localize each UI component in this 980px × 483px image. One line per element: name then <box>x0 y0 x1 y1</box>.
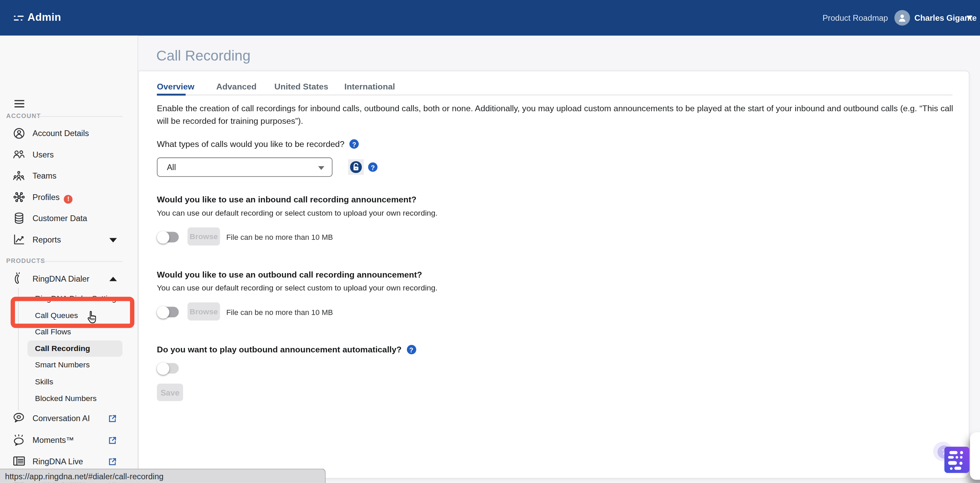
toggle-knob <box>157 362 169 375</box>
product-roadmap-link[interactable]: Product Roadmap <box>822 13 888 23</box>
user-menu-caret-icon[interactable] <box>966 16 972 19</box>
sidebar-subitem-call-flows[interactable]: Call Flows <box>0 326 137 339</box>
inbound-announcement-toggle[interactable] <box>158 232 179 242</box>
chevron-up-icon[interactable] <box>109 277 117 281</box>
inbound-browse-button[interactable]: Browse <box>188 227 220 246</box>
sidebar-item-label: Users <box>33 150 54 159</box>
moments-icon <box>13 434 25 446</box>
sidebar-subitem-call-recording[interactable]: Call Recording <box>35 344 90 353</box>
outbound-browse-button[interactable]: Browse <box>188 302 220 320</box>
inbound-question: Would you like to use an inbound call re… <box>157 195 417 205</box>
sidebar-item-profiles[interactable]: Profiles! <box>0 191 137 205</box>
chat-widget-icon[interactable] <box>944 446 969 473</box>
tab-international[interactable]: International <box>344 82 395 92</box>
sidebar-item-label: Teams <box>33 171 56 181</box>
profiles-icon <box>13 191 25 203</box>
external-link-icon <box>109 457 116 468</box>
save-button[interactable]: Save <box>157 384 183 401</box>
sidebar-item-moments[interactable]: Moments™ <box>0 434 137 449</box>
sidebar-item-label: Reports <box>33 235 61 245</box>
admin-logo-icon <box>14 16 24 21</box>
question-call-types-row: What types of calls would you like to be… <box>157 140 359 149</box>
external-link-icon <box>109 414 116 425</box>
sidebar-subitem-blocked-numbers[interactable]: Blocked Numbers <box>0 392 137 406</box>
sidebar-subitem-skills[interactable]: Skills <box>0 375 137 389</box>
chart-icon <box>13 233 25 246</box>
sidebar-item-customer-data[interactable]: Customer Data <box>0 212 137 227</box>
phone-icon <box>13 272 25 285</box>
database-icon <box>13 212 25 224</box>
mouse-cursor-icon <box>85 310 99 327</box>
page-title: Call Recording <box>156 48 250 65</box>
sidebar-item-ringdna-dialer[interactable]: RingDNA Dialer <box>0 272 137 288</box>
sidebar: ACCOUNT Account Details Users Teams Prof <box>0 36 138 483</box>
section-divider <box>35 116 123 117</box>
sidebar-item-label: Customer Data <box>33 214 88 223</box>
sidebar-item-account-details[interactable]: Account Details <box>0 127 137 142</box>
intro-paragraph: Enable the creation of call recordings f… <box>157 102 956 127</box>
sidebar-item-label: Profiles! <box>33 192 73 203</box>
call-types-dropdown[interactable]: All <box>157 157 332 177</box>
outbound-file-note: File can be no more than 10 MB <box>226 308 333 317</box>
teams-icon <box>13 169 25 182</box>
help-icon[interactable]: ? <box>368 163 378 172</box>
question-call-types: What types of calls would you like to be… <box>157 140 344 149</box>
sidebar-subitem-dialer-settings[interactable]: RingDNA Dialer Settings <box>0 292 137 306</box>
profiles-alert-badge: ! <box>64 195 73 203</box>
sidebar-item-label: RingDNA Dialer <box>33 274 89 284</box>
sidebar-subitem-smart-numbers[interactable]: Smart Numbers <box>0 359 137 372</box>
sidebar-item-users[interactable]: Users <box>0 148 137 163</box>
auto-play-question: Do you want to play outbound announcemen… <box>157 345 401 354</box>
menu-toggle-icon[interactable] <box>14 100 24 108</box>
auto-play-toggle[interactable] <box>158 363 179 373</box>
status-bar: https://app.ringdna.net/#dialer/call-rec… <box>0 469 326 483</box>
chevron-down-icon[interactable] <box>109 238 117 243</box>
outbound-announcement-toggle[interactable] <box>158 307 179 317</box>
toggle-knob <box>157 306 169 318</box>
live-dashboard-icon <box>13 455 25 467</box>
inbound-file-note: File can be no more than 10 MB <box>226 233 333 242</box>
external-link-icon <box>109 435 116 446</box>
tab-bar-divider <box>157 94 953 95</box>
chat-bubble-icon <box>13 412 25 424</box>
sidebar-item-label: Moments™ <box>33 435 74 445</box>
tab-united-states[interactable]: United States <box>274 82 328 92</box>
sidebar-item-label: Conversation AI <box>33 414 90 423</box>
status-url: https://app.ringdna.net/#dialer/call-rec… <box>5 472 164 481</box>
sidebar-item-teams[interactable]: Teams <box>0 169 137 184</box>
sidebar-item-label: Account Details <box>33 129 89 138</box>
outbound-subtext: You can use our default recording or sel… <box>157 284 438 292</box>
toggle-knob <box>157 231 169 243</box>
section-divider <box>37 261 123 262</box>
outbound-question: Would you like to use an outbound call r… <box>157 270 422 279</box>
outbound-question-row: Would you like to use an outbound call r… <box>157 270 422 279</box>
inbound-question-row: Would you like to use an inbound call re… <box>157 195 417 205</box>
active-tab-underline <box>157 94 185 96</box>
tab-advanced[interactable]: Advanced <box>216 82 257 92</box>
lock-icon[interactable] <box>348 159 364 175</box>
auto-play-question-row: Do you want to play outbound announcemen… <box>157 345 416 354</box>
sidebar-item-reports[interactable]: Reports <box>0 233 137 248</box>
app-window: Admin Product Roadmap Charles Gigante AC… <box>0 0 980 483</box>
dropdown-selected-value: All <box>167 163 176 172</box>
content-card: Overview Advanced United States Internat… <box>138 71 969 478</box>
chat-panel[interactable] <box>970 432 980 480</box>
help-icon[interactable]: ? <box>407 345 416 354</box>
sidebar-item-conversation-ai[interactable]: Conversation AI <box>0 412 137 427</box>
app-title: Admin <box>27 11 61 24</box>
sidebar-item-label: RingDNA Live <box>33 457 83 466</box>
sidebar-item-ringdna-live[interactable]: RingDNA Live <box>0 455 137 470</box>
top-navigation-bar: Admin Product Roadmap Charles Gigante <box>0 0 980 36</box>
inbound-subtext: You can use our default recording or sel… <box>157 208 438 218</box>
tab-overview[interactable]: Overview <box>157 82 194 92</box>
users-icon <box>13 148 25 160</box>
user-avatar[interactable] <box>894 10 910 25</box>
help-icon[interactable]: ? <box>350 140 359 149</box>
sidebar-subitem-call-queues[interactable]: Call Queues <box>0 309 137 323</box>
dropdown-caret-icon <box>318 166 324 170</box>
person-circle-icon <box>13 127 25 140</box>
